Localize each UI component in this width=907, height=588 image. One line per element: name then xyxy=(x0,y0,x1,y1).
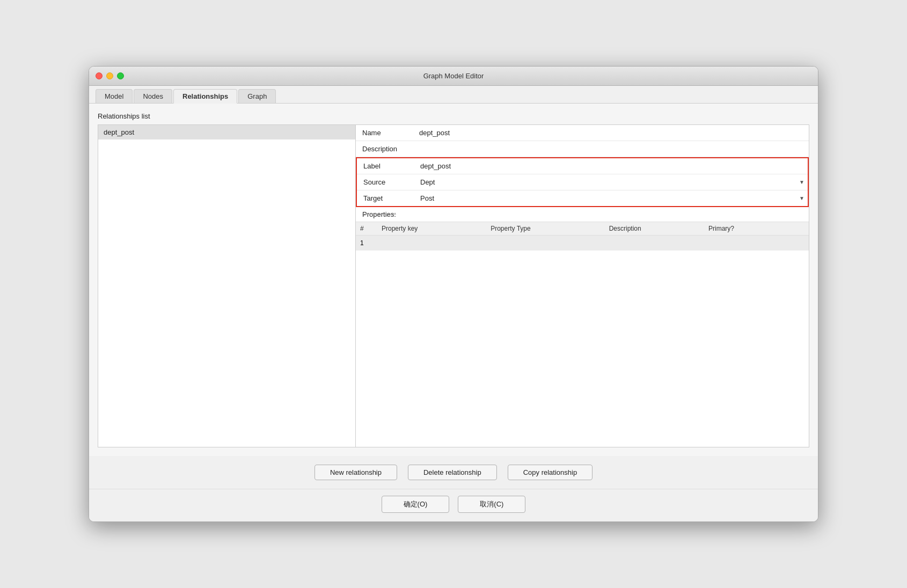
label-label: Label xyxy=(357,158,416,174)
row-primary[interactable] xyxy=(704,236,788,251)
description-label: Description xyxy=(356,141,415,157)
list-item[interactable]: dept_post xyxy=(98,125,355,139)
source-row: Source Dept ▼ xyxy=(357,174,808,190)
description-input[interactable] xyxy=(415,142,809,156)
confirm-row: 确定(O) 取消(C) xyxy=(89,489,818,521)
new-relationship-button[interactable]: New relationship xyxy=(314,465,397,480)
name-input[interactable] xyxy=(415,126,809,140)
highlighted-section: Label Source Dept ▼ xyxy=(356,157,809,207)
cancel-button[interactable]: 取消(C) xyxy=(458,496,525,513)
detail-panel: Name Description Label xyxy=(356,125,809,447)
label-row: Label xyxy=(357,158,808,174)
delete-relationship-button[interactable]: Delete relationship xyxy=(408,465,497,480)
action-buttons-row: New relationship Delete relationship Cop… xyxy=(89,456,818,489)
target-row: Target Post ▼ xyxy=(357,190,808,206)
col-header-property-type: Property Type xyxy=(486,222,605,236)
row-num: 1 xyxy=(356,236,377,251)
ok-button[interactable]: 确定(O) xyxy=(382,496,450,513)
col-header-primary: Primary? xyxy=(704,222,788,236)
description-row: Description xyxy=(356,141,809,157)
target-select[interactable]: Post xyxy=(416,191,808,205)
col-header-hash: # xyxy=(356,222,377,236)
relationships-list-label: Relationships list xyxy=(98,112,809,120)
target-label: Target xyxy=(357,190,416,206)
properties-header: Properties: xyxy=(356,207,809,222)
content-area: Relationships list dept_post Name Descri… xyxy=(89,104,818,456)
col-header-extra xyxy=(788,222,809,236)
row-key[interactable] xyxy=(377,236,486,251)
source-select-wrapper: Dept ▼ xyxy=(416,175,808,189)
label-input[interactable] xyxy=(416,159,808,173)
minimize-button[interactable] xyxy=(106,72,113,79)
col-header-property-key: Property key xyxy=(377,222,486,236)
relationships-list-panel: dept_post xyxy=(98,125,356,447)
copy-relationship-button[interactable]: Copy relationship xyxy=(508,465,593,480)
source-select[interactable]: Dept xyxy=(416,175,808,189)
properties-table: # Property key Property Type Description… xyxy=(356,222,809,251)
table-row: 1 xyxy=(356,236,809,251)
row-description[interactable] xyxy=(605,236,704,251)
tab-nodes[interactable]: Nodes xyxy=(134,89,172,103)
tab-model[interactable]: Model xyxy=(96,89,133,103)
tab-bar: Model Nodes Relationships Graph xyxy=(89,86,818,104)
maximize-button[interactable] xyxy=(117,72,124,79)
source-label: Source xyxy=(357,174,416,190)
target-select-wrapper: Post ▼ xyxy=(416,191,808,205)
col-header-description: Description xyxy=(605,222,704,236)
name-row: Name xyxy=(356,125,809,141)
row-type[interactable] xyxy=(486,236,605,251)
main-layout: dept_post Name Description xyxy=(98,124,809,447)
tab-relationships[interactable]: Relationships xyxy=(173,89,237,104)
tab-graph[interactable]: Graph xyxy=(238,89,276,103)
properties-table-header-row: # Property key Property Type Description… xyxy=(356,222,809,236)
row-extra xyxy=(788,236,809,251)
window-controls xyxy=(96,72,124,79)
title-bar: Graph Model Editor xyxy=(89,67,818,86)
main-window: Graph Model Editor Model Nodes Relations… xyxy=(89,66,818,522)
window-title: Graph Model Editor xyxy=(423,72,484,80)
name-label: Name xyxy=(356,125,415,141)
close-button[interactable] xyxy=(96,72,103,79)
